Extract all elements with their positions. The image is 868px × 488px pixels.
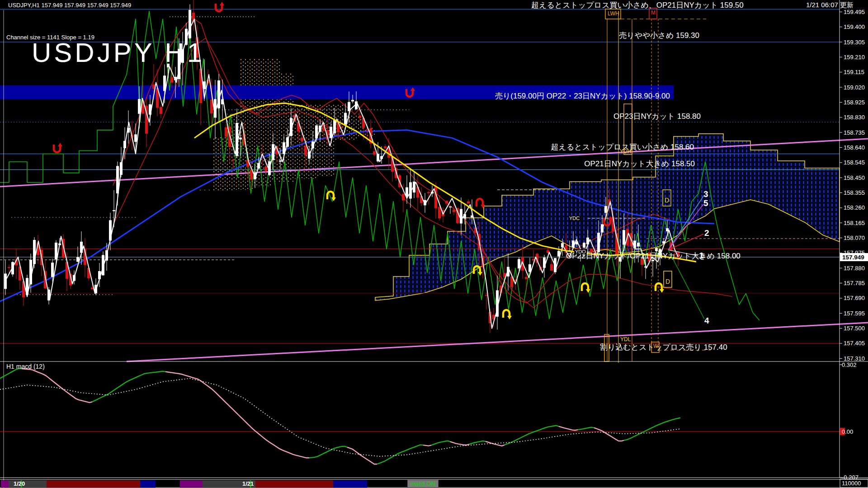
macd-main-line: [347, 447, 377, 464]
price-axis-label: 159.305: [844, 39, 865, 46]
fan-label-5: 5: [703, 199, 708, 208]
timeline-segment-7: [333, 480, 367, 488]
marker-lwh: LWH: [608, 11, 619, 17]
annotation-top-right: 超えるとストップロス買い小さめ、OP21日NYカット 159.50: [531, 1, 744, 10]
candle-body: [265, 167, 267, 171]
price-axis-label: 158.925: [844, 99, 865, 106]
price-axis-label: 158.260: [844, 204, 865, 211]
marker-d-upper: D: [665, 197, 669, 204]
macd-main-line: [594, 428, 624, 441]
price-axis-label: 158.545: [844, 159, 865, 166]
price-axis-label: 158.070: [844, 235, 865, 241]
annotation-op-15800: OP22日NYカット/OP21日NYカット大きめ 158.00: [566, 252, 741, 261]
fan-label-2: 2: [704, 229, 709, 238]
fan-label-4: 4: [704, 316, 709, 326]
marker-w: W: [653, 343, 658, 349]
candle-body: [551, 264, 553, 270]
candle-body: [189, 10, 191, 38]
candle-body: [525, 277, 528, 279]
fan-label-3: 3: [703, 190, 708, 199]
timeline-segment-4: [180, 480, 203, 488]
macd-indicator-label: H1 macd (12): [6, 363, 45, 370]
price-axis-label: 158.830: [844, 114, 865, 121]
price-axis-label: 157.690: [844, 295, 865, 301]
candle-body: [113, 211, 115, 211]
timeline-segment-0: [1, 480, 9, 488]
candle-body: [504, 273, 506, 277]
candle-body: [138, 99, 141, 114]
marker-m: M: [651, 10, 656, 16]
candle-body: [279, 161, 282, 162]
macd-main-line: [423, 445, 431, 446]
candle-body: [330, 127, 332, 138]
marker-ydl: YDL: [620, 337, 631, 343]
macd-main-line: [559, 427, 578, 431]
candle-body: [486, 295, 488, 296]
candle-body: [160, 107, 162, 113]
candle-body: [446, 201, 448, 203]
candle-body: [77, 257, 79, 261]
macd-main-line: [486, 441, 505, 446]
timeline-segment-3: [140, 480, 156, 488]
candle-body: [344, 113, 347, 124]
candle-body: [250, 170, 253, 179]
macd-main-line: [578, 427, 594, 430]
macd-axis-label: 0.302: [842, 361, 857, 368]
candle-body: [5, 274, 7, 289]
price-axis-label: 158.355: [844, 189, 865, 196]
symbol-info: USDJPY,H1 157.949 157.949 157.949 157.94…: [8, 2, 131, 9]
candle-body: [453, 210, 455, 212]
candle-body: [467, 202, 470, 203]
annotation-op23: OP23日NYカット 158.80: [613, 113, 701, 121]
macd-main-line: [377, 445, 423, 464]
macd-main-line: [431, 441, 450, 446]
price-axis-label: 157.405: [844, 340, 865, 347]
candle-body: [623, 230, 625, 244]
candle-body: [348, 102, 350, 111]
candle-body: [359, 116, 361, 117]
macd-on-button[interactable]: macd ON: [407, 480, 439, 488]
timeline-segment-6: [255, 480, 333, 488]
candle-body: [583, 243, 585, 248]
candle-body: [666, 229, 669, 231]
macd-main-line: [624, 418, 680, 441]
candle-body: [518, 259, 520, 268]
candle-body: [435, 187, 437, 208]
horseshoe-arrow-icon: [503, 310, 512, 319]
timeline-segment-2: [47, 480, 140, 488]
marker-ydc: YDC: [568, 216, 580, 221]
candle-body: [225, 127, 227, 136]
candle-body: [305, 145, 307, 155]
candle-body: [637, 243, 640, 246]
candle-body: [460, 209, 462, 223]
price-axis-label: 158.640: [844, 144, 865, 151]
candle-body: [605, 206, 607, 213]
candle-body: [301, 138, 303, 141]
candle-body: [402, 194, 405, 200]
volume-value: 110000: [842, 480, 861, 487]
macd-main-line: [165, 372, 309, 458]
timeline-date-1: 1/20: [14, 481, 25, 487]
candle-body: [366, 130, 368, 130]
watermark: USDJPY H1: [32, 38, 205, 68]
marker-ydh: YDH: [620, 149, 631, 155]
macd-main-line: [309, 446, 347, 458]
candle-body: [352, 100, 354, 101]
annotation-sell-small: 売りやや小さめ 159.30: [619, 32, 699, 40]
candle-body: [232, 160, 235, 160]
candle-body: [55, 243, 57, 259]
candle-body: [547, 250, 549, 253]
price-chart-canvas[interactable]: 159.495159.400159.305159.210159.115159.0…: [0, 0, 868, 488]
price-axis-label: 159.400: [844, 23, 865, 30]
macd-signal-line: [0, 378, 680, 456]
marker-d-lower: D: [665, 278, 670, 285]
price-axis-label: 157.595: [844, 310, 865, 317]
candle-body: [384, 147, 387, 148]
price-axis-label: 159.210: [844, 54, 865, 61]
horseshoe-arrow-icon: [656, 283, 664, 293]
current-price-value: 157.949: [842, 254, 864, 261]
timeline-date-2: 1/21: [242, 481, 254, 487]
price-axis-label: 159.495: [844, 9, 865, 15]
price-axis-label: 159.115: [844, 69, 864, 75]
candle-body: [135, 135, 137, 142]
